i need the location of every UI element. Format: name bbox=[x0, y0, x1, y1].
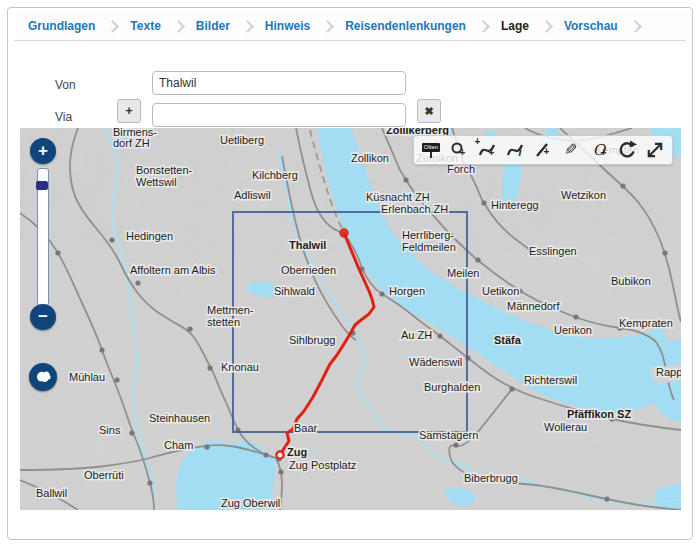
map-label: dorf ZH bbox=[113, 137, 150, 149]
map-label: Affoltern am Albis bbox=[130, 264, 216, 276]
chevron-separator-icon bbox=[321, 20, 334, 33]
map-label: Mühlau bbox=[69, 371, 105, 383]
map-label: Sihlwald bbox=[274, 285, 315, 297]
map-label: Steinhausen bbox=[149, 412, 210, 424]
map-label: Erlenbach ZH bbox=[381, 203, 448, 215]
zoom-slider-handle[interactable] bbox=[36, 181, 48, 190]
route-end-marker[interactable] bbox=[276, 451, 283, 458]
tab-vorschau[interactable]: Vorschau bbox=[564, 19, 618, 33]
map-label: Au ZH bbox=[401, 329, 432, 341]
map-label: Wettswil bbox=[136, 176, 177, 188]
tab-hinweis[interactable]: Hinweis bbox=[265, 19, 310, 33]
add-point-icon[interactable]: + bbox=[447, 138, 472, 162]
map-label: Cham bbox=[164, 439, 193, 451]
swiss-extent-button[interactable] bbox=[29, 363, 57, 391]
map-label: Sins bbox=[99, 424, 121, 436]
von-input[interactable] bbox=[152, 71, 406, 95]
map-label: Kempraten bbox=[619, 317, 673, 329]
add-label-icon[interactable]: Olten bbox=[419, 138, 444, 162]
map-label: Biberbrugg bbox=[464, 472, 518, 484]
draw-icon[interactable]: ✎ bbox=[559, 138, 584, 162]
map-label: stetten bbox=[207, 316, 240, 328]
tab-grundlagen[interactable]: Grundlagen bbox=[28, 19, 95, 33]
zoom-slider[interactable] bbox=[37, 168, 49, 306]
breadcrumb: GrundlagenTexteBilderHinweisReisendenlen… bbox=[14, 13, 686, 41]
map-label: Hinteregg bbox=[491, 199, 539, 211]
map-label: Küsnacht ZH bbox=[366, 191, 430, 203]
map-label: Rapperswil bbox=[656, 366, 681, 378]
map-toolbar: Olten+++i+✎O+ bbox=[413, 135, 673, 165]
map-label: Herrliberg- bbox=[402, 229, 454, 241]
chevron-separator-icon bbox=[241, 20, 254, 33]
chevron-separator-icon bbox=[477, 20, 490, 33]
map-label: Bubikon bbox=[611, 275, 651, 287]
map-label: Thalwil bbox=[289, 239, 326, 251]
map-label: Zug bbox=[287, 446, 307, 458]
wizard-panel: GrundlagenTexteBilderHinweisReisendenlen… bbox=[7, 7, 693, 540]
map-label: Ballwil bbox=[36, 487, 67, 499]
modify-geometry-icon[interactable]: O+ bbox=[587, 138, 612, 162]
add-segment-icon[interactable]: + bbox=[531, 138, 556, 162]
tab-texte[interactable]: Texte bbox=[130, 19, 160, 33]
map-label: Uerikon bbox=[554, 324, 592, 336]
map-label: Pfäffikon SZ bbox=[567, 408, 631, 420]
tab-bilder[interactable]: Bilder bbox=[196, 19, 230, 33]
chevron-separator-icon bbox=[106, 20, 119, 33]
fullscreen-icon[interactable] bbox=[643, 138, 668, 162]
tab-lage[interactable]: Lage bbox=[501, 19, 529, 33]
zoom-out-button[interactable]: − bbox=[30, 304, 56, 330]
map-label: Zug Postplatz bbox=[289, 459, 356, 471]
map-label: Sihlbrugg bbox=[289, 334, 335, 346]
map-label: Zug Oberwil bbox=[221, 497, 280, 509]
chevron-separator-icon bbox=[629, 20, 642, 33]
chevron-separator-icon bbox=[540, 20, 553, 33]
add-route-icon[interactable]: ++ bbox=[475, 138, 500, 162]
map-label: Wollerau bbox=[544, 421, 587, 433]
map-label: Wädenswil bbox=[409, 356, 462, 368]
map-label: Knonau bbox=[221, 361, 259, 373]
map-view[interactable]: Birmens-dorf ZHUetlibergZollikerbergBons… bbox=[20, 128, 681, 510]
chevron-separator-icon bbox=[172, 20, 185, 33]
map-label: Wetzikon bbox=[561, 189, 606, 201]
zoom-in-button[interactable]: + bbox=[30, 138, 56, 164]
map-canvas[interactable]: Birmens-dorf ZHUetlibergZollikerbergBons… bbox=[20, 128, 681, 510]
via-input[interactable] bbox=[152, 103, 406, 127]
map-label: Meilen bbox=[447, 267, 479, 279]
remove-via-button[interactable]: ✖ bbox=[417, 99, 441, 123]
map-label: Oberrüti bbox=[84, 469, 124, 481]
map-label: Esslingen bbox=[529, 245, 577, 257]
map-label: Hedingen bbox=[126, 230, 173, 242]
switzerland-icon bbox=[29, 363, 57, 391]
map-label: Bonstetten- bbox=[136, 164, 193, 176]
map-label: Baar bbox=[294, 422, 318, 434]
map-label: Oberrieden bbox=[281, 264, 336, 276]
map-label: Mettmen- bbox=[207, 304, 254, 316]
map-label: Feldmeilen bbox=[402, 241, 456, 253]
map-label: Adliswil bbox=[234, 189, 271, 201]
tab-reisendenlenkungen[interactable]: Reisendenlenkungen bbox=[345, 19, 466, 33]
map-label: Uetikon bbox=[482, 285, 519, 297]
map-label: Männedorf bbox=[507, 300, 561, 312]
via-label: Via bbox=[55, 110, 72, 124]
map-label: Horgen bbox=[389, 285, 425, 297]
map-label: Richterswil bbox=[524, 374, 577, 386]
route-info-icon[interactable]: i bbox=[503, 138, 528, 162]
add-via-button[interactable]: + bbox=[117, 99, 141, 123]
von-label: Von bbox=[55, 78, 76, 92]
map-label: Samstagern bbox=[419, 429, 478, 441]
map-label: Kilchberg bbox=[252, 169, 298, 181]
map-label: Uetliberg bbox=[220, 134, 264, 146]
map-label: Stäfa bbox=[494, 334, 522, 346]
refresh-icon[interactable] bbox=[615, 138, 640, 162]
map-label: Burghalden bbox=[424, 381, 480, 393]
map-label: Zollikon bbox=[351, 152, 389, 164]
